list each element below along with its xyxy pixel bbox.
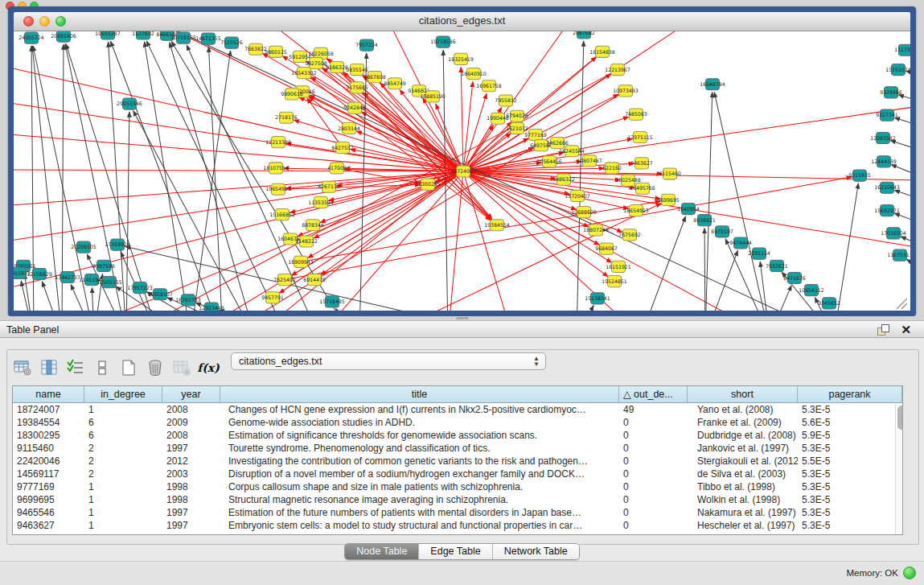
splitter-grip[interactable] [456,317,469,319]
table-cell[interactable]: 5.5E-5 [798,455,902,468]
table-cell[interactable]: Nakamura et al. (1997) [688,506,798,519]
function-icon[interactable]: f(x) [198,358,219,377]
new-table-icon[interactable] [118,358,139,377]
table-cell[interactable]: 2 [84,468,162,480]
table-cell[interactable]: 5.9E-5 [798,429,902,442]
table-cell[interactable]: 5.3E-5 [798,493,902,506]
table-cell[interactable]: 9699695 [13,493,84,506]
graph-node[interactable]: 12975115 [627,131,653,142]
graph-node[interactable]: 15166852 [269,209,295,220]
tab-edge-table[interactable]: Edge Table [419,544,492,559]
column-header-out_de[interactable]: △ out_de... [619,386,688,402]
graph-node[interactable]: 11353594 [308,196,334,208]
graph-node[interactable]: 8454749 [384,78,406,89]
graph-node[interactable]: 19384554 [484,220,510,231]
graph-node[interactable]: 19218586 [430,36,456,47]
table-cell[interactable]: 1997 [162,519,220,532]
graph-node[interactable]: 1117304 [894,44,910,56]
table-cell[interactable]: 0 [619,506,688,519]
table-cell[interactable]: Wolkin et al. (1998) [688,493,798,506]
table-cell[interactable]: 1 [84,403,162,416]
table-cell[interactable]: 2 [84,442,162,455]
tab-node-table[interactable]: Node Table [345,544,419,559]
table-cell[interactable]: 9777169 [13,480,84,493]
table-cell[interactable]: Genome-wide association studies in ADHD. [220,416,619,429]
scrollbar-thumb[interactable] [897,406,903,430]
column-header-pagerank[interactable]: pagerank [798,386,902,402]
table-cell[interactable]: 1998 [162,480,220,493]
column-header-in_degree[interactable]: in_degree [84,386,162,402]
graph-node[interactable]: 16648784 [700,79,725,90]
table-cell[interactable]: Jankovic et al. (1997) [688,442,798,455]
table-row[interactable]: 977716911998Corpus callosum shape and si… [13,480,902,493]
table-cell[interactable]: 2008 [162,429,220,442]
table-cell[interactable]: 2003 [162,468,220,480]
graph-node[interactable]: 16151921 [606,261,631,272]
graph-node[interactable]: 12923448 [199,303,224,311]
graph-node[interactable]: 11675311 [887,249,910,261]
graph-node[interactable]: 29053346 [117,98,142,109]
table-cell[interactable]: de Silva et al. (2003) [688,468,798,480]
graph-node[interactable]: 15138141 [585,293,610,304]
graph-node[interactable]: 13942737 [55,271,80,282]
column-header-short[interactable]: short [688,386,798,402]
graph-node[interactable]: 18325419 [448,53,474,64]
table-cell[interactable]: Corpus callosum shape and size in male p… [220,480,619,493]
table-cell[interactable]: 2 [84,455,162,468]
table-cell[interactable]: 0 [619,416,688,429]
graph-node[interactable]: 12093582 [870,132,896,143]
table-cell[interactable]: Estimation of the future numbers of pati… [220,506,619,519]
column-header-year[interactable]: year [162,386,220,402]
table-cell[interactable]: 1 [84,493,162,506]
table-cell[interactable]: 5.3E-5 [798,468,902,480]
graph-node[interactable]: 417008 [327,163,347,174]
graph-node[interactable]: 7675692 [618,229,641,241]
column-header-name[interactable]: name [13,386,84,402]
graph-node[interactable]: 15692971 [874,204,900,216]
graph-node[interactable]: 16210643 [874,182,900,193]
graph-node[interactable]: 7955812 [495,95,517,106]
graph-node[interactable]: 16909943 [288,256,314,267]
close-panel-icon[interactable]: ✕ [901,323,911,337]
table-cell[interactable]: 5.3E-5 [798,442,902,455]
tab-network-table[interactable]: Network Table [493,544,579,559]
table-cell[interactable]: Embryonic stem cells: a model to study s… [220,519,619,532]
graph-node[interactable]: 7485063 [625,109,647,120]
table-cell[interactable]: Tourette syndrome. Phenomenology and cla… [220,442,619,455]
row-select-icon[interactable] [65,358,86,377]
column-chooser-icon[interactable] [39,358,60,377]
table-cell[interactable]: 14569117 [13,468,84,480]
graph-node[interactable]: 622160 [602,163,622,174]
graph-node[interactable]: 7663822 [244,43,267,55]
resize-grip-icon[interactable] [897,299,907,309]
rows-icon[interactable] [92,358,113,377]
table-cell[interactable]: 6 [84,416,162,429]
graph-node[interactable]: 19654985 [265,183,291,195]
graph-node[interactable]: 8938921 [693,215,716,226]
graph-node[interactable]: 9115460 [659,168,681,179]
table-row[interactable]: 1830029562008Estimation of significance … [13,429,902,442]
graph-node[interactable]: 20691406 [51,31,76,42]
table-cell[interactable]: Investigating the contribution of common… [220,455,619,468]
table-cell[interactable]: Structural magnetic resonance image aver… [220,493,619,506]
graph-node[interactable]: 9245652 [818,298,840,309]
table-cell[interactable]: Hescheler et al. (1997) [688,519,798,532]
graph-node[interactable]: 24055724 [18,32,44,43]
table-cell[interactable]: 0 [619,442,688,455]
table-cell[interactable]: Changes of HCN gene expression and I(f) … [220,403,619,416]
network-graph[interactable]: 2405572420691406106552871527602846616010… [14,31,910,311]
table-cell[interactable]: 1997 [162,506,220,519]
table-cell[interactable]: 1 [84,506,162,519]
table-cell[interactable]: 9465546 [13,506,84,519]
table-cell[interactable]: 0 [619,480,688,493]
table-cell[interactable]: 0 [619,429,688,442]
delete-table-icon[interactable] [145,358,166,377]
table-cell[interactable]: 2012 [162,455,220,468]
table-cell[interactable]: 9463627 [13,519,84,532]
graph-node[interactable]: 6979197 [711,226,733,237]
table-cell[interactable]: 5.3E-5 [798,480,902,493]
graph-node[interactable]: 16782753 [175,295,201,306]
graph-node[interactable]: 8186328 [326,61,348,72]
table-cell[interactable]: 6 [84,429,162,442]
graph-node[interactable]: 9463627 [630,158,653,169]
